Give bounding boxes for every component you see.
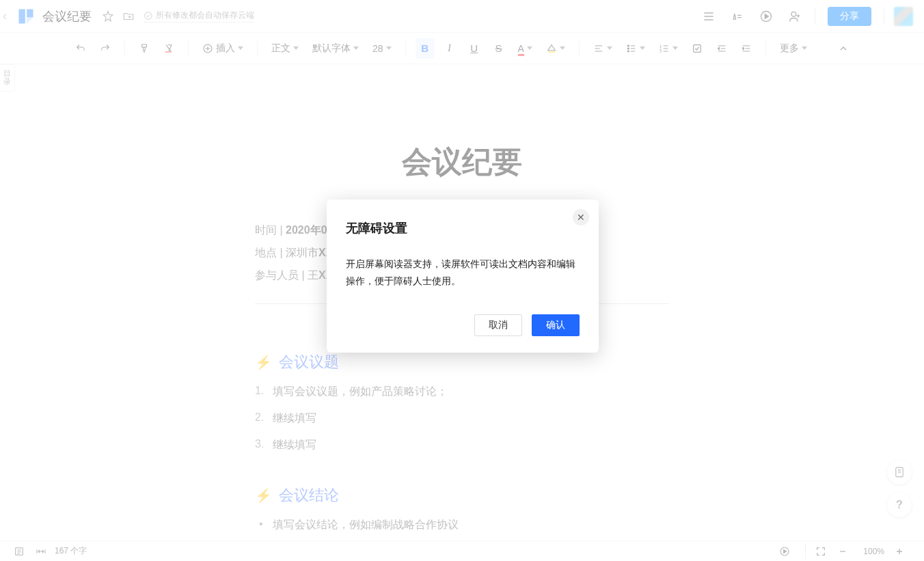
outdent-button[interactable] [712, 38, 731, 59]
zoom-controls: 100% [834, 543, 913, 560]
list-item[interactable]: 继续填写 [255, 411, 669, 426]
bullet-list-dropdown[interactable] [622, 38, 649, 59]
list-item[interactable]: 填写会议结论，例如编制战略合作协议 [255, 518, 669, 532]
checklist-button[interactable] [688, 38, 707, 59]
clear-format-icon[interactable] [159, 38, 178, 59]
page-title[interactable]: 会议纪要 [255, 142, 669, 182]
modal-title: 无障碍设置 [346, 220, 580, 236]
number-list-dropdown[interactable]: 123 [655, 38, 682, 59]
redo-button[interactable] [96, 38, 115, 59]
floating-note-button[interactable] [887, 460, 912, 484]
autosave-status: 所有修改都会自动保存云端 [144, 10, 254, 23]
text-color-dropdown[interactable]: A [514, 38, 536, 59]
svg-rect-12 [694, 44, 701, 52]
list-item[interactable]: 填写会议议题，例如产品策略讨论； [255, 385, 669, 399]
back-caret-icon[interactable]: ‹ [0, 9, 10, 23]
list-item[interactable]: 继续填写 [255, 438, 669, 452]
close-icon[interactable]: ✕ [573, 209, 589, 225]
undo-button[interactable] [71, 38, 90, 59]
underline-button[interactable]: U [465, 38, 484, 59]
play-circle-icon[interactable] [755, 5, 778, 28]
align-dropdown[interactable] [589, 38, 616, 59]
modal-actions: 取消 确认 [346, 314, 580, 336]
strikethrough-button[interactable]: S [489, 38, 508, 59]
modal-body: 开启屏幕阅读器支持，读屏软件可读出文档内容和编辑操作，便于障碍人士使用。 [346, 256, 580, 290]
bolt-icon: ⚡ [255, 354, 272, 370]
page-width-icon[interactable] [33, 543, 49, 560]
svg-point-0 [145, 12, 152, 19]
menu-icon[interactable] [697, 5, 720, 28]
status-bar: 167 个字 100% [0, 541, 924, 561]
italic-button[interactable]: I [440, 38, 459, 59]
svg-text:3: 3 [660, 50, 662, 53]
folder-move-icon[interactable] [120, 8, 137, 25]
section-head-topics[interactable]: ⚡ 会议议题 [255, 352, 669, 372]
insert-dropdown[interactable]: 插入 [198, 38, 247, 59]
help-button[interactable]: ? [887, 493, 912, 517]
formatting-toolbar: 插入 正文 默认字体 28 B I U S A 123 更多 [0, 33, 924, 64]
section-head-conclusion[interactable]: ⚡ 会议结论 [255, 485, 669, 506]
accessibility-modal: ✕ 无障碍设置 开启屏幕阅读器支持，读屏软件可读出文档内容和编辑操作，便于障碍人… [327, 200, 599, 353]
present-icon[interactable] [776, 543, 793, 560]
topics-list[interactable]: 填写会议议题，例如产品策略讨论； 继续填写 继续填写 [255, 385, 669, 452]
conclusion-list[interactable]: 填写会议结论，例如编制战略合作协议 [255, 518, 669, 532]
autosave-text: 所有修改都会自动保存云端 [156, 10, 254, 21]
star-icon[interactable] [100, 8, 116, 25]
more-dropdown[interactable]: 更多 [776, 38, 811, 59]
svg-point-2 [791, 12, 796, 16]
font-family-dropdown[interactable]: 默认字体 [308, 38, 363, 59]
app-header: ‹ 会议纪要 所有修改都会自动保存云端 分享 [0, 0, 924, 33]
share-button[interactable]: 分享 [828, 7, 871, 26]
outline-view-icon[interactable] [11, 543, 27, 560]
format-paint-icon[interactable] [135, 38, 154, 59]
svg-point-6 [627, 45, 629, 46]
highlight-color-dropdown[interactable] [542, 38, 569, 59]
add-user-icon[interactable] [783, 5, 806, 28]
avatar[interactable] [894, 7, 913, 26]
indent-button[interactable] [737, 38, 756, 59]
svg-point-8 [627, 51, 629, 52]
document-title[interactable]: 会议纪要 [42, 8, 92, 25]
confirm-button[interactable]: 确认 [532, 314, 580, 336]
typography-icon[interactable] [726, 5, 749, 28]
svg-rect-3 [165, 51, 172, 53]
collapse-toolbar-icon[interactable] [834, 38, 853, 59]
bolt-icon: ⚡ [255, 487, 272, 504]
zoom-level: 100% [863, 547, 884, 556]
fullscreen-icon[interactable] [813, 543, 829, 560]
svg-point-7 [627, 48, 629, 49]
app-logo-icon[interactable] [16, 7, 36, 26]
bold-button[interactable]: B [416, 38, 435, 59]
font-size-dropdown[interactable]: 28 [368, 38, 396, 59]
zoom-in-button[interactable] [891, 543, 908, 560]
zoom-out-button[interactable] [834, 543, 851, 560]
svg-rect-5 [548, 51, 556, 53]
paragraph-style-dropdown[interactable]: 正文 [267, 38, 303, 59]
cancel-button[interactable]: 取消 [474, 314, 522, 336]
word-count: 167 个字 [55, 545, 87, 557]
